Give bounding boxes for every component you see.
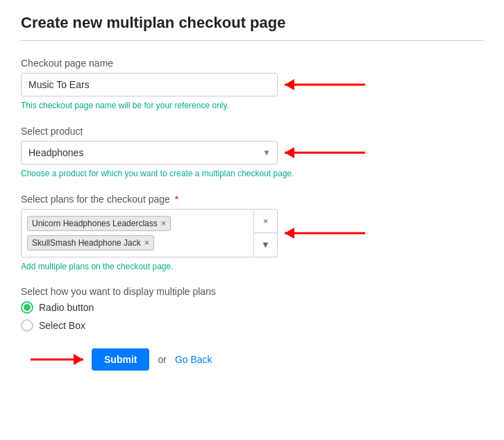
plans-label: Select plans for the checkout page * <box>21 194 483 205</box>
plans-hint: Add multiple plans on the checkout page. <box>21 261 483 273</box>
radio-option-selectbox[interactable]: Select Box <box>21 319 483 332</box>
arrow-annotation-plans <box>285 227 375 239</box>
plan-tag-1: Unicorn Headphones Leaderclass × <box>27 216 171 231</box>
arrow-annotation-submit <box>21 353 83 366</box>
display-label: Select how you want to display multiple … <box>21 286 483 297</box>
radio-button-selectbox[interactable] <box>21 319 33 332</box>
display-radio-group: Radio button Select Box <box>21 301 483 332</box>
submit-row: Submit or Go Back <box>21 348 483 371</box>
plan-tag-1-close[interactable]: × <box>161 219 167 228</box>
product-select-wrapper: Headphones Earphones Speakers ▼ <box>21 141 278 164</box>
multi-select-dropdown[interactable]: ▼ <box>254 233 277 257</box>
radio-button-radio[interactable] <box>21 301 33 314</box>
plan-tag-2-label: SkullSmash Headphone Jack <box>32 238 141 248</box>
radio-option-radio[interactable]: Radio button <box>21 301 483 314</box>
checkout-name-label: Checkout page name <box>21 58 483 69</box>
plans-tags-container: Unicorn Headphones Leaderclass × SkullSm… <box>27 214 249 253</box>
arrow-annotation-product <box>285 146 375 159</box>
required-indicator: * <box>175 194 178 205</box>
product-row: Headphones Earphones Speakers ▼ <box>21 141 483 164</box>
plans-section: Select plans for the checkout page * Uni… <box>21 194 483 273</box>
plan-tag-1-label: Unicorn Headphones Leaderclass <box>32 219 158 228</box>
product-hint: Choose a product for which you want to c… <box>21 168 483 180</box>
plans-row: Unicorn Headphones Leaderclass × SkullSm… <box>21 209 483 257</box>
go-back-link[interactable]: Go Back <box>175 354 212 365</box>
product-section: Select product Headphones Earphones Spea… <box>21 126 483 180</box>
display-section: Select how you want to display multiple … <box>21 286 483 332</box>
checkout-name-input[interactable] <box>21 73 278 96</box>
product-label: Select product <box>21 126 483 137</box>
plans-multi-select[interactable]: Unicorn Headphones Leaderclass × SkullSm… <box>21 209 278 257</box>
checkout-name-row <box>21 73 483 96</box>
page-title: Create new multiplan checkout page <box>21 14 483 32</box>
radio-label-selectbox: Select Box <box>39 320 85 331</box>
radio-label-radio: Radio button <box>39 302 94 313</box>
multi-select-clear[interactable]: × <box>254 210 277 234</box>
divider <box>21 40 483 41</box>
arrow-annotation-name <box>285 78 375 91</box>
plan-tag-2-close[interactable]: × <box>144 238 150 247</box>
plan-tag-2: SkullSmash Headphone Jack × <box>27 235 154 251</box>
multi-select-controls: × ▼ <box>253 210 277 257</box>
or-text: or <box>158 354 166 365</box>
checkout-name-hint: This checkout page name will be for your… <box>21 100 483 112</box>
checkout-name-section: Checkout page name This checkout page na… <box>21 58 483 112</box>
product-select[interactable]: Headphones Earphones Speakers <box>21 141 278 164</box>
submit-button[interactable]: Submit <box>92 348 149 371</box>
